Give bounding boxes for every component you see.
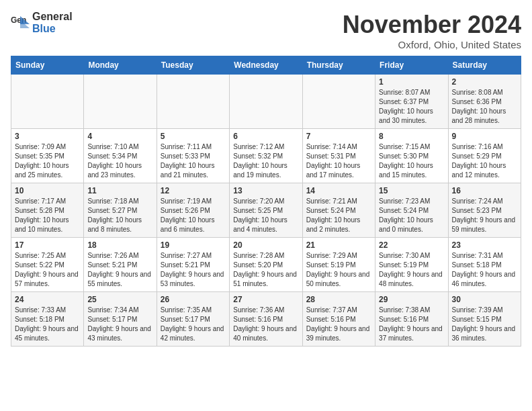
calendar-day-cell [157,75,229,129]
day-info: Sunrise: 8:07 AM Sunset: 6:37 PM Dayligh… [379,88,444,126]
day-number: 14 [306,186,371,195]
calendar-day-cell: 19Sunrise: 7:27 AM Sunset: 5:21 PM Dayli… [157,238,229,292]
day-of-week-header: Thursday [302,56,375,75]
day-number: 20 [233,240,298,250]
day-number: 21 [306,240,371,250]
calendar-day-cell: 13Sunrise: 7:20 AM Sunset: 5:25 PM Dayli… [230,183,302,238]
day-info: Sunrise: 7:20 AM Sunset: 5:25 PM Dayligh… [233,197,298,234]
location-text: Oxford, Ohio, United States [343,39,521,50]
calendar-header-row: SundayMondayTuesdayWednesdayThursdayFrid… [11,56,521,75]
calendar-day-cell: 28Sunrise: 7:37 AM Sunset: 5:16 PM Dayli… [302,292,375,347]
calendar-body: 1Sunrise: 8:07 AM Sunset: 6:37 PM Daylig… [11,75,521,347]
calendar-day-cell: 6Sunrise: 7:12 AM Sunset: 5:32 PM Daylig… [230,129,302,183]
logo: Gen General Blue [11,11,73,34]
calendar-day-cell [11,75,84,129]
day-number: 30 [452,295,517,304]
day-number: 8 [379,132,444,141]
calendar-day-cell: 1Sunrise: 8:07 AM Sunset: 6:37 PM Daylig… [375,75,448,129]
calendar-day-cell: 12Sunrise: 7:19 AM Sunset: 5:26 PM Dayli… [157,183,229,238]
calendar-day-cell: 15Sunrise: 7:23 AM Sunset: 5:24 PM Dayli… [375,183,448,238]
day-info: Sunrise: 7:14 AM Sunset: 5:31 PM Dayligh… [306,142,371,180]
day-number: 29 [379,295,444,304]
day-info: Sunrise: 7:23 AM Sunset: 5:24 PM Dayligh… [379,197,444,234]
day-info: Sunrise: 7:21 AM Sunset: 5:24 PM Dayligh… [306,197,371,234]
day-info: Sunrise: 7:29 AM Sunset: 5:19 PM Dayligh… [306,251,371,289]
day-info: Sunrise: 7:25 AM Sunset: 5:22 PM Dayligh… [15,251,80,289]
logo-blue-text: Blue [32,23,73,35]
day-info: Sunrise: 7:09 AM Sunset: 5:35 PM Dayligh… [15,142,80,180]
day-info: Sunrise: 8:08 AM Sunset: 6:36 PM Dayligh… [452,88,517,126]
day-number: 11 [87,186,152,195]
calendar-day-cell: 20Sunrise: 7:28 AM Sunset: 5:20 PM Dayli… [230,238,302,292]
day-number: 27 [233,295,298,304]
day-info: Sunrise: 7:24 AM Sunset: 5:23 PM Dayligh… [452,197,517,234]
day-number: 19 [161,240,226,250]
day-of-week-header: Saturday [448,56,521,75]
calendar-week-row: 24Sunrise: 7:33 AM Sunset: 5:18 PM Dayli… [11,292,521,347]
calendar-day-cell: 21Sunrise: 7:29 AM Sunset: 5:19 PM Dayli… [302,238,375,292]
calendar-day-cell [84,75,157,129]
day-number: 17 [15,240,80,250]
month-title: November 2024 [343,11,521,39]
day-of-week-header: Tuesday [157,56,229,75]
day-info: Sunrise: 7:15 AM Sunset: 5:30 PM Dayligh… [379,142,444,180]
calendar-day-cell: 10Sunrise: 7:17 AM Sunset: 5:28 PM Dayli… [11,183,84,238]
day-number: 25 [87,295,152,304]
day-info: Sunrise: 7:34 AM Sunset: 5:17 PM Dayligh… [87,306,152,343]
day-number: 3 [15,132,80,141]
day-number: 23 [452,240,517,250]
calendar-week-row: 3Sunrise: 7:09 AM Sunset: 5:35 PM Daylig… [11,129,521,183]
calendar-day-cell: 14Sunrise: 7:21 AM Sunset: 5:24 PM Dayli… [302,183,375,238]
calendar-day-cell: 26Sunrise: 7:35 AM Sunset: 5:17 PM Dayli… [157,292,229,347]
day-info: Sunrise: 7:38 AM Sunset: 5:16 PM Dayligh… [379,306,444,343]
calendar-day-cell: 3Sunrise: 7:09 AM Sunset: 5:35 PM Daylig… [11,129,84,183]
day-of-week-header: Friday [375,56,448,75]
day-info: Sunrise: 7:27 AM Sunset: 5:21 PM Dayligh… [161,251,226,289]
day-of-week-header: Wednesday [230,56,302,75]
day-info: Sunrise: 7:12 AM Sunset: 5:32 PM Dayligh… [233,142,298,180]
logo-general-text: General [32,11,73,23]
day-of-week-header: Sunday [11,56,84,75]
calendar-day-cell: 22Sunrise: 7:30 AM Sunset: 5:19 PM Dayli… [375,238,448,292]
calendar-day-cell: 23Sunrise: 7:31 AM Sunset: 5:18 PM Dayli… [448,238,521,292]
day-info: Sunrise: 7:33 AM Sunset: 5:18 PM Dayligh… [15,306,80,343]
calendar-week-row: 10Sunrise: 7:17 AM Sunset: 5:28 PM Dayli… [11,183,521,238]
calendar-day-cell: 4Sunrise: 7:10 AM Sunset: 5:34 PM Daylig… [84,129,157,183]
day-info: Sunrise: 7:16 AM Sunset: 5:29 PM Dayligh… [452,142,517,180]
calendar-day-cell: 16Sunrise: 7:24 AM Sunset: 5:23 PM Dayli… [448,183,521,238]
day-number: 18 [87,240,152,250]
calendar-day-cell: 25Sunrise: 7:34 AM Sunset: 5:17 PM Dayli… [84,292,157,347]
day-info: Sunrise: 7:11 AM Sunset: 5:33 PM Dayligh… [161,142,226,180]
day-info: Sunrise: 7:30 AM Sunset: 5:19 PM Dayligh… [379,251,444,289]
day-number: 4 [87,132,152,141]
day-info: Sunrise: 7:35 AM Sunset: 5:17 PM Dayligh… [161,306,226,343]
calendar-day-cell: 7Sunrise: 7:14 AM Sunset: 5:31 PM Daylig… [302,129,375,183]
day-number: 1 [379,77,444,87]
calendar-day-cell [230,75,302,129]
day-number: 22 [379,240,444,250]
day-info: Sunrise: 7:26 AM Sunset: 5:21 PM Dayligh… [87,251,152,289]
day-info: Sunrise: 7:28 AM Sunset: 5:20 PM Dayligh… [233,251,298,289]
calendar-day-cell: 29Sunrise: 7:38 AM Sunset: 5:16 PM Dayli… [375,292,448,347]
day-number: 9 [452,132,517,141]
day-info: Sunrise: 7:17 AM Sunset: 5:28 PM Dayligh… [15,197,80,234]
day-of-week-header: Monday [84,56,157,75]
calendar-week-row: 1Sunrise: 8:07 AM Sunset: 6:37 PM Daylig… [11,75,521,129]
calendar-day-cell: 2Sunrise: 8:08 AM Sunset: 6:36 PM Daylig… [448,75,521,129]
day-info: Sunrise: 7:19 AM Sunset: 5:26 PM Dayligh… [161,197,226,234]
day-number: 5 [161,132,226,141]
day-number: 6 [233,132,298,141]
day-info: Sunrise: 7:10 AM Sunset: 5:34 PM Dayligh… [87,142,152,180]
calendar-day-cell [302,75,375,129]
day-number: 7 [306,132,371,141]
calendar-day-cell: 24Sunrise: 7:33 AM Sunset: 5:18 PM Dayli… [11,292,84,347]
logo-icon: Gen [11,15,30,31]
day-info: Sunrise: 7:18 AM Sunset: 5:27 PM Dayligh… [87,197,152,234]
day-number: 16 [452,186,517,195]
calendar-day-cell: 5Sunrise: 7:11 AM Sunset: 5:33 PM Daylig… [157,129,229,183]
day-info: Sunrise: 7:39 AM Sunset: 5:15 PM Dayligh… [452,306,517,343]
calendar-day-cell: 18Sunrise: 7:26 AM Sunset: 5:21 PM Dayli… [84,238,157,292]
calendar-day-cell: 8Sunrise: 7:15 AM Sunset: 5:30 PM Daylig… [375,129,448,183]
day-number: 12 [161,186,226,195]
day-number: 15 [379,186,444,195]
